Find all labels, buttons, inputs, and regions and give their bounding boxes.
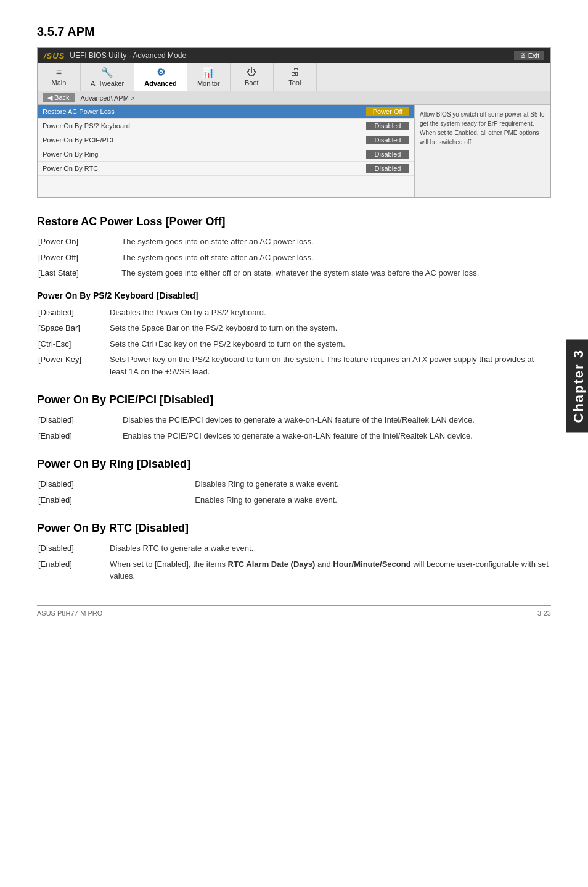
ps2-table: [Disabled] Disables the Power On by a PS… bbox=[37, 304, 551, 381]
restore-table: [Power On] The system goes into on state… bbox=[37, 233, 551, 282]
rtc-table: [Disabled] Disables RTC to generate a wa… bbox=[37, 540, 551, 585]
table-row: [Enabled] When set to [Enabled], the ite… bbox=[38, 557, 550, 584]
desc-disabled: Disables the Power On by a PS/2 keyboard… bbox=[101, 305, 550, 320]
nav-main-label: Main bbox=[52, 79, 67, 86]
bios-nav: ≡ Main 🔧 Ai Tweaker ⚙ Advanced 📊 Monitor… bbox=[38, 63, 550, 91]
bios-row-restore[interactable]: Restore AC Power Loss Power Off bbox=[38, 105, 414, 119]
ps2-label: Power On By PS/2 Keyboard bbox=[43, 122, 366, 130]
key-ctrl-esc: [Ctrl-Esc] bbox=[38, 337, 100, 352]
key-disabled: [Disabled] bbox=[38, 541, 100, 556]
chapter-sidebar: Chapter 3 bbox=[566, 339, 588, 432]
nav-boot-label: Boot bbox=[245, 79, 259, 86]
desc-power-key: Sets Power key on the PS/2 keyboard to t… bbox=[101, 352, 550, 379]
key-enabled: [Enabled] bbox=[38, 493, 185, 508]
nav-main[interactable]: ≡ Main bbox=[38, 63, 81, 91]
table-row: [Power Off] The system goes into off sta… bbox=[38, 250, 550, 265]
nav-advanced[interactable]: ⚙ Advanced bbox=[134, 63, 187, 91]
rtc-value: Disabled bbox=[366, 164, 409, 173]
nav-tool[interactable]: 🖨 Tool bbox=[274, 63, 317, 91]
asus-logo: /SUS bbox=[44, 51, 65, 60]
desc-last-state: The system goes into either off or on st… bbox=[113, 266, 550, 281]
monitor-icon: 🖥 bbox=[519, 52, 526, 59]
bios-settings-list: Restore AC Power Loss Power Off Power On… bbox=[38, 105, 415, 197]
nav-monitor-label: Monitor bbox=[197, 80, 220, 87]
rtc-label: Power On By RTC bbox=[43, 165, 366, 172]
bios-titlebar-left: /SUS UEFI BIOS Utility - Advanced Mode bbox=[44, 51, 186, 60]
exit-button[interactable]: 🖥 Exit bbox=[514, 51, 544, 60]
key-last-state: [Last State] bbox=[38, 266, 112, 281]
page-footer: ASUS P8H77-M PRO 3-23 bbox=[37, 605, 551, 617]
exit-label: Exit bbox=[528, 52, 539, 59]
back-button[interactable]: ◀ Back bbox=[43, 93, 75, 102]
bios-row-pcie[interactable]: Power On By PCIE/PCI Disabled bbox=[38, 133, 414, 147]
footer-left: ASUS P8H77-M PRO bbox=[37, 609, 102, 617]
desc-power-on: The system goes into on state after an A… bbox=[113, 234, 550, 249]
key-power-off: [Power Off] bbox=[38, 250, 112, 265]
rtc-heading: Power On By RTC [Disabled] bbox=[37, 522, 551, 535]
bios-help-text: Allow BIOS yo switch off some power at S… bbox=[420, 111, 545, 146]
advanced-icon: ⚙ bbox=[157, 67, 165, 78]
bios-help-panel: Allow BIOS yo switch off some power at S… bbox=[415, 105, 550, 197]
key-disabled: [Disabled] bbox=[38, 413, 113, 427]
desc-power-off: The system goes into off state after an … bbox=[113, 250, 550, 265]
nav-ai-tweaker[interactable]: 🔧 Ai Tweaker bbox=[81, 63, 134, 91]
desc-ring-enabled: Enables Ring to generate a wake event. bbox=[186, 493, 550, 508]
key-enabled: [Enabled] bbox=[38, 429, 113, 444]
bios-breadcrumb: ◀ Back Advanced\ APM > bbox=[38, 91, 550, 105]
table-row: [Ctrl-Esc] Sets the Ctrl+Esc key on the … bbox=[38, 337, 550, 352]
nav-boot[interactable]: ⏻ Boot bbox=[231, 63, 274, 91]
section-restore: Restore AC Power Loss [Power Off] [Power… bbox=[37, 215, 551, 380]
section-ring: Power On By Ring [Disabled] [Disabled] D… bbox=[37, 458, 551, 508]
key-enabled: [Enabled] bbox=[38, 557, 100, 584]
section-heading: 3.5.7 APM bbox=[37, 25, 551, 39]
ps2-value: Disabled bbox=[366, 122, 409, 130]
monitor-nav-icon: 📊 bbox=[202, 67, 214, 78]
table-row: [Space Bar] Sets the Space Bar on the PS… bbox=[38, 321, 550, 336]
footer-right: 3-23 bbox=[537, 609, 551, 617]
restore-heading: Restore AC Power Loss [Power Off] bbox=[37, 215, 551, 228]
nav-monitor[interactable]: 📊 Monitor bbox=[187, 63, 231, 91]
bios-row-ps2[interactable]: Power On By PS/2 Keyboard Disabled bbox=[38, 119, 414, 133]
tool-icon: 🖨 bbox=[290, 67, 300, 78]
ring-heading: Power On By Ring [Disabled] bbox=[37, 458, 551, 471]
bios-title-text: UEFI BIOS Utility - Advanced Mode bbox=[70, 51, 186, 60]
desc-pcie-disabled: Disables the PCIE/PCI devices to generat… bbox=[114, 413, 550, 427]
ps2-heading: Power On By PS/2 Keyboard [Disabled] bbox=[37, 291, 551, 300]
desc-rtc-disabled: Disables RTC to generate a wake event. bbox=[101, 541, 550, 556]
table-row: [Power Key] Sets Power key on the PS/2 k… bbox=[38, 352, 550, 379]
desc-rtc-enabled: When set to [Enabled], the items RTC Ala… bbox=[101, 557, 550, 584]
ai-tweaker-icon: 🔧 bbox=[101, 67, 113, 78]
table-row: [Disabled] Disables the Power On by a PS… bbox=[38, 305, 550, 320]
bios-row-ring[interactable]: Power On By Ring Disabled bbox=[38, 147, 414, 162]
bios-row-rtc[interactable]: Power On By RTC Disabled bbox=[38, 162, 414, 176]
table-row: [Disabled] Disables the PCIE/PCI devices… bbox=[38, 413, 550, 427]
boot-icon: ⏻ bbox=[247, 67, 256, 78]
nav-advanced-label: Advanced bbox=[144, 80, 177, 87]
desc-ctrl-esc: Sets the Ctrl+Esc key on the PS/2 keyboa… bbox=[101, 337, 550, 352]
key-space-bar: [Space Bar] bbox=[38, 321, 100, 336]
nav-tool-label: Tool bbox=[288, 79, 301, 86]
ring-table: [Disabled] Disables Ring to generate a w… bbox=[37, 476, 551, 508]
table-row: [Enabled] Enables Ring to generate a wak… bbox=[38, 493, 550, 508]
main-icon: ≡ bbox=[56, 67, 62, 78]
pcie-value: Disabled bbox=[366, 136, 409, 144]
table-row: [Enabled] Enables the PCIE/PCI devices t… bbox=[38, 429, 550, 444]
bios-titlebar: /SUS UEFI BIOS Utility - Advanced Mode 🖥… bbox=[38, 48, 550, 63]
bios-box: /SUS UEFI BIOS Utility - Advanced Mode 🖥… bbox=[37, 47, 551, 198]
nav-ai-tweaker-label: Ai Tweaker bbox=[91, 80, 124, 87]
key-disabled: [Disabled] bbox=[38, 477, 185, 492]
section-rtc: Power On By RTC [Disabled] [Disabled] Di… bbox=[37, 522, 551, 585]
restore-label: Restore AC Power Loss bbox=[43, 108, 366, 115]
table-row: [Power On] The system goes into on state… bbox=[38, 234, 550, 249]
bios-content: Restore AC Power Loss Power Off Power On… bbox=[38, 105, 550, 197]
breadcrumb-path: Advanced\ APM > bbox=[81, 94, 135, 102]
ring-value: Disabled bbox=[366, 150, 409, 159]
table-row: [Last State] The system goes into either… bbox=[38, 266, 550, 281]
desc-pcie-enabled: Enables the PCIE/PCI devices to generate… bbox=[114, 429, 550, 444]
desc-ring-disabled: Disables Ring to generate a wake event. bbox=[186, 477, 550, 492]
key-disabled: [Disabled] bbox=[38, 305, 100, 320]
pcie-heading: Power On By PCIE/PCI [Disabled] bbox=[37, 394, 551, 406]
ring-label: Power On By Ring bbox=[43, 151, 366, 158]
table-row: [Disabled] Disables RTC to generate a wa… bbox=[38, 541, 550, 556]
pcie-label: Power On By PCIE/PCI bbox=[43, 136, 366, 144]
